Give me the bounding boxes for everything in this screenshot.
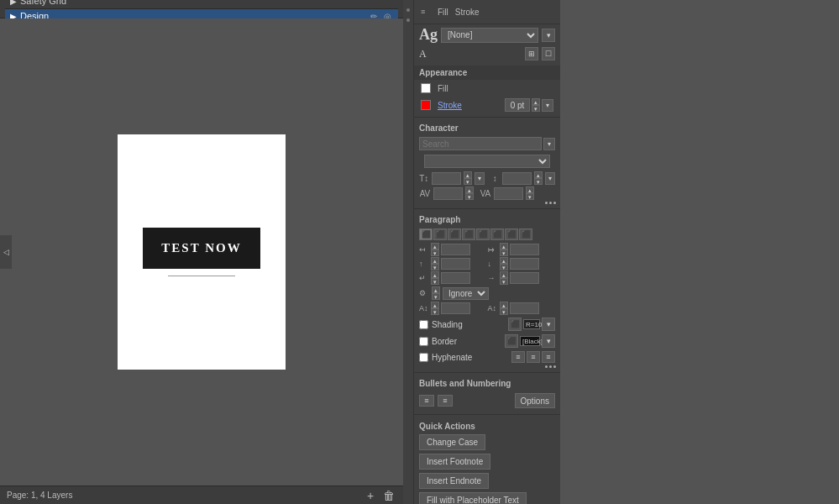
kerning-input[interactable] xyxy=(494,187,523,200)
align-away-spine-btn[interactable]: ⬛ xyxy=(505,228,518,240)
char-font-select[interactable] xyxy=(424,155,550,168)
leading-up[interactable]: ▴ xyxy=(534,171,543,178)
il-down[interactable]: ▾ xyxy=(431,249,439,256)
font-size-input[interactable] xyxy=(432,172,461,185)
stroke-label-link[interactable]: Stroke xyxy=(438,101,462,110)
border-color-display[interactable]: [Black] xyxy=(520,336,540,346)
font-size-down[interactable]: ▾ xyxy=(464,178,472,185)
align-justify-all-btn[interactable]: ⬛ xyxy=(476,228,490,240)
ordered-list-btn[interactable]: ≡ xyxy=(438,395,453,407)
align-center-btn[interactable]: ⬛ xyxy=(433,228,447,240)
insert-endnote-btn[interactable]: Insert Endnote xyxy=(419,473,489,489)
leading-down[interactable]: ▾ xyxy=(534,178,543,185)
add-layer-btn[interactable]: + xyxy=(363,488,378,503)
shading-checkbox[interactable] xyxy=(419,320,428,329)
change-case-btn[interactable]: Change Case xyxy=(419,434,485,450)
character-section: Character ▾ T↕ ▴ ▾ ▾ ↕ ▴ ▾ ▾ xyxy=(414,118,560,209)
sa-up[interactable]: ▴ xyxy=(500,257,508,264)
font-size-dd[interactable]: ▾ xyxy=(475,172,485,185)
ir-up[interactable]: ▴ xyxy=(500,243,508,249)
n1-up[interactable]: ▴ xyxy=(431,302,439,308)
stroke-swatch[interactable] xyxy=(421,100,431,110)
sb-down[interactable]: ▾ xyxy=(431,264,439,270)
indent-right-input[interactable]: 0p0 xyxy=(510,244,539,255)
tracking-icon: AV xyxy=(419,189,431,198)
kerning-down[interactable]: ▾ xyxy=(526,193,534,200)
layer-item-safety-grid[interactable]: ▶ Safety Grid xyxy=(5,0,398,9)
font-selector[interactable]: [None] xyxy=(441,28,538,43)
n2-down[interactable]: ▾ xyxy=(500,308,508,315)
char-search-input[interactable] xyxy=(419,137,542,150)
stroke-size-input[interactable] xyxy=(505,98,530,112)
drop-cap-input[interactable]: 0p0 xyxy=(441,272,470,284)
align-towards-spine-btn[interactable]: ⬛ xyxy=(490,228,504,240)
dot-3 xyxy=(553,202,556,204)
num2-input[interactable]: 0 xyxy=(510,302,539,314)
tracking-up[interactable]: ▴ xyxy=(465,186,474,193)
copy-icon-2[interactable]: ☐ xyxy=(542,47,555,60)
fill-swatch[interactable] xyxy=(421,83,431,93)
quick-actions-title: Quick Actions xyxy=(414,418,560,433)
n2-up[interactable]: ▴ xyxy=(500,302,508,308)
n2-stepper: ▴ ▾ xyxy=(500,302,508,315)
panel-collapse-arrow[interactable]: ◁ xyxy=(0,235,12,269)
dcc-down[interactable]: ▾ xyxy=(500,278,508,285)
kerning-up[interactable]: ▴ xyxy=(526,186,534,193)
drop-cap-chars-input[interactable]: 0p0 xyxy=(510,272,539,284)
hyphenate-btn-2[interactable]: ≡ xyxy=(527,351,540,363)
stroke-row: ≡ Fill Stroke xyxy=(414,3,560,20)
stroke-up-btn[interactable]: ▴ xyxy=(532,98,540,105)
border-checkbox[interactable] xyxy=(419,337,428,346)
delete-layer-btn[interactable]: 🗑 xyxy=(381,488,396,503)
ir-down[interactable]: ▾ xyxy=(500,249,508,256)
hyphenate-checkbox[interactable] xyxy=(419,353,428,362)
shading-row: Shading ⬛ R=10... ▾ xyxy=(414,316,560,333)
il-up[interactable]: ▴ xyxy=(431,243,439,249)
dc-up[interactable]: ▴ xyxy=(431,271,439,278)
ignore-select[interactable]: Ignore xyxy=(443,287,489,300)
kerning-icon: VA xyxy=(480,189,491,198)
align-justify-btn[interactable]: ⬛ xyxy=(462,228,475,240)
dcc-up[interactable]: ▴ xyxy=(500,271,508,278)
bullets-options-btn[interactable]: Options xyxy=(515,393,555,408)
ignore-up[interactable]: ▴ xyxy=(432,286,440,293)
tracking-down[interactable]: ▾ xyxy=(465,193,474,200)
font-size-up[interactable]: ▴ xyxy=(464,171,472,178)
dc-stepper: ▴ ▾ xyxy=(431,271,439,285)
space-before-input[interactable]: 0p0 xyxy=(441,258,470,270)
shading-dropdown-btn[interactable]: ▾ xyxy=(542,318,555,331)
sb-up[interactable]: ▴ xyxy=(431,257,439,264)
dc-down[interactable]: ▾ xyxy=(431,278,439,285)
fill-row: Fill xyxy=(414,80,560,97)
quick-actions-section: Quick Actions Change Case Insert Footnot… xyxy=(414,415,560,504)
tracking-stepper: ▴ ▾ xyxy=(465,186,474,200)
char-search-dropdown[interactable]: ▾ xyxy=(543,138,555,150)
font-size-stepper: ▴ ▾ xyxy=(464,171,472,185)
leading-input[interactable] xyxy=(502,172,532,185)
n1-down[interactable]: ▾ xyxy=(431,308,439,315)
hyphenate-btn-1[interactable]: ≡ xyxy=(511,351,525,363)
tracking-input[interactable] xyxy=(433,187,463,200)
font-expand-btn[interactable]: ▾ xyxy=(542,29,555,42)
fill-placeholder-btn[interactable]: Fill with Placeholder Text xyxy=(419,492,527,504)
border-icon-btn[interactable]: ⬛ xyxy=(505,334,518,348)
shading-color-display[interactable]: R=10... xyxy=(523,319,540,329)
sa-down[interactable]: ▾ xyxy=(500,264,508,270)
stroke-dropdown[interactable]: ▾ xyxy=(542,99,553,112)
indent-left-input[interactable]: 0p0 xyxy=(441,244,470,255)
align-right-btn[interactable]: ⬛ xyxy=(448,228,461,240)
num1-input[interactable]: 0 xyxy=(441,302,470,314)
unordered-list-btn[interactable]: ≡ xyxy=(419,395,434,407)
ignore-down[interactable]: ▾ xyxy=(432,293,440,300)
hyphenate-btn-3[interactable]: ≡ xyxy=(542,351,555,363)
stroke-down-btn[interactable]: ▾ xyxy=(532,105,540,112)
border-dropdown-btn[interactable]: ▾ xyxy=(542,334,555,348)
align-last-btn[interactable]: ⬛ xyxy=(519,228,532,240)
shading-icon-btn[interactable]: ⬛ xyxy=(508,318,522,331)
align-left-btn[interactable]: ⬛ xyxy=(419,228,433,240)
copy-icon-1[interactable]: ⊞ xyxy=(525,47,538,60)
indent-right-icon: ↦ xyxy=(488,245,498,254)
insert-footnote-btn[interactable]: Insert Footnote xyxy=(419,454,490,470)
leading-dd[interactable]: ▾ xyxy=(545,172,555,185)
space-after-input[interactable]: 0p0 xyxy=(510,258,539,270)
